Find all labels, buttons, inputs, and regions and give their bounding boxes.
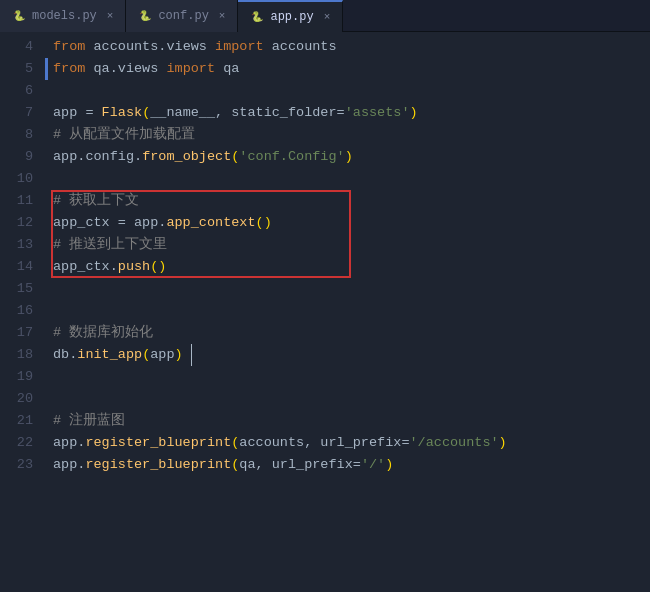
keyword-from-5: from (53, 58, 94, 80)
code-line-5: from qa.views import qa (45, 58, 650, 80)
code-line-12: app_ctx = app.app_context() (45, 212, 650, 234)
python-icon: 🐍 (12, 9, 26, 23)
code-line-9: app.config.from_object('conf.Config') (45, 146, 650, 168)
code-line-19 (45, 366, 650, 388)
import-accounts: accounts (272, 36, 337, 58)
tab-models-close[interactable]: × (107, 10, 114, 22)
code-area[interactable]: from accounts.views import accounts from… (45, 32, 650, 592)
module-qa-views: qa.views (94, 58, 167, 80)
app-ref-12: app. (134, 212, 166, 234)
var-app-config: app.config. (53, 146, 142, 168)
code-line-17: # 数据库初始化 (45, 322, 650, 344)
code-line-6 (45, 80, 650, 102)
comma-22: , (304, 432, 320, 454)
paren-close-7: ) (410, 102, 418, 124)
paren-12: () (256, 212, 272, 234)
eq-22: = (401, 432, 409, 454)
code-line-21: # 注册蓝图 (45, 410, 650, 432)
code-line-7: app = Flask(__name__, static_folder='ass… (45, 102, 650, 124)
code-line-4: from accounts.views import accounts (45, 36, 650, 58)
line-num-15: 15 (0, 278, 33, 300)
keyword-import-4: import (215, 36, 272, 58)
line-num-10: 10 (0, 168, 33, 190)
arg-accounts-22: accounts (239, 432, 304, 454)
line-num-21: 21 (0, 410, 33, 432)
tab-bar: 🐍 models.py × 🐍 conf.py × 🐍 app.py × (0, 0, 650, 32)
fn-register-blueprint-23: register_blueprint (85, 454, 231, 476)
tab-app-label: app.py (270, 10, 313, 24)
fn-app-context: app_context (166, 212, 255, 234)
line-num-13: 13 (0, 234, 33, 256)
fn-init-app: init_app (77, 344, 142, 366)
tab-conf-close[interactable]: × (219, 10, 226, 22)
eq-7: = (337, 102, 345, 124)
python-icon-conf: 🐍 (138, 9, 152, 23)
eq-12: = (118, 212, 134, 234)
line-num-7: 7 (0, 102, 33, 124)
line-num-4: 4 (0, 36, 33, 58)
param-url-prefix-22: url_prefix (320, 432, 401, 454)
code-line-20 (45, 388, 650, 410)
comment-13: # 推送到上下文里 (53, 234, 167, 256)
python-icon-app: 🐍 (250, 10, 264, 24)
code-line-8: # 从配置文件加载配置 (45, 124, 650, 146)
line-num-5: 5 (0, 58, 33, 80)
str-conf-config: 'conf.Config' (239, 146, 344, 168)
line-num-9: 9 (0, 146, 33, 168)
var-db: db. (53, 344, 77, 366)
var-app: app (53, 102, 85, 124)
code-line-14: app_ctx.push() (45, 256, 650, 278)
line-num-22: 22 (0, 432, 33, 454)
tab-app[interactable]: 🐍 app.py × (238, 0, 343, 32)
code-line-18: db.init_app(app) (45, 344, 650, 366)
line-num-19: 19 (0, 366, 33, 388)
line-num-20: 20 (0, 388, 33, 410)
line-numbers: 4 5 6 7 8 9 10 11 12 13 14 15 16 17 18 1… (0, 32, 45, 592)
param-static: static_folder (231, 102, 336, 124)
paren-open-22: ( (231, 432, 239, 454)
line-num-14: 14 (0, 256, 33, 278)
code-line-10 (45, 168, 650, 190)
code-container: 4 5 6 7 8 9 10 11 12 13 14 15 16 17 18 1… (0, 32, 650, 592)
code-line-13: # 推送到上下文里 (45, 234, 650, 256)
paren-close-18: ) (175, 344, 183, 366)
arg-qa-23: qa (239, 454, 255, 476)
code-line-22: app.register_blueprint(accounts, url_pre… (45, 432, 650, 454)
fn-register-blueprint-22: register_blueprint (85, 432, 231, 454)
dunder-name: __name__ (150, 102, 215, 124)
paren-open-23: ( (231, 454, 239, 476)
line-num-18: 18 (0, 344, 33, 366)
tab-conf-label: conf.py (158, 9, 208, 23)
line-num-16: 16 (0, 300, 33, 322)
import-qa: qa (223, 58, 239, 80)
line-num-6: 6 (0, 80, 33, 102)
param-url-prefix-23: url_prefix (272, 454, 353, 476)
paren-close-9: ) (345, 146, 353, 168)
comma-23: , (256, 454, 272, 476)
eq-23: = (353, 454, 361, 476)
line-num-23: 23 (0, 454, 33, 476)
code-line-16 (45, 300, 650, 322)
tab-models[interactable]: 🐍 models.py × (0, 0, 126, 32)
paren-14: () (150, 256, 166, 278)
code-line-23: app.register_blueprint(qa, url_prefix='/… (45, 454, 650, 476)
app-ref-22: app. (53, 432, 85, 454)
fn-push: push (118, 256, 150, 278)
equals-7: = (85, 102, 101, 124)
app-ref-23: app. (53, 454, 85, 476)
tab-models-label: models.py (32, 9, 97, 23)
keyword-import-5: import (166, 58, 223, 80)
tab-app-close[interactable]: × (324, 11, 331, 23)
paren-close-22: ) (499, 432, 507, 454)
code-line-11: # 获取上下文 (45, 190, 650, 212)
line-num-8: 8 (0, 124, 33, 146)
str-accounts-prefix: '/accounts' (409, 432, 498, 454)
arg-app-18: app (150, 344, 174, 366)
fn-from-object: from_object (142, 146, 231, 168)
tab-conf[interactable]: 🐍 conf.py × (126, 0, 238, 32)
comment-17: # 数据库初始化 (53, 322, 153, 344)
line-num-12: 12 (0, 212, 33, 234)
var-app-ctx-14: app_ctx. (53, 256, 118, 278)
str-slash-prefix: '/' (361, 454, 385, 476)
line-num-17: 17 (0, 322, 33, 344)
